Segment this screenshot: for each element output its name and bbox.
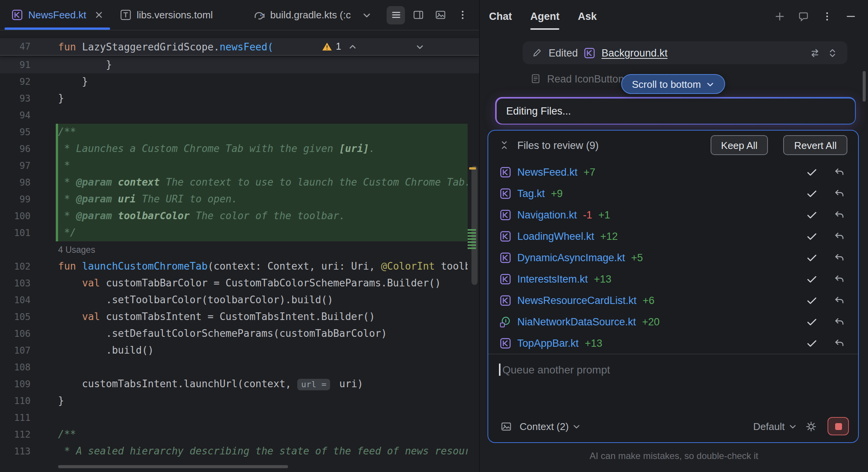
warning-badge[interactable]: 1 <box>322 41 341 52</box>
keep-file-button[interactable] <box>803 249 820 266</box>
file-link[interactable]: NewsResourceCardList.kt <box>517 294 636 306</box>
editor-vertical-scrollbar[interactable] <box>471 166 478 285</box>
keep-file-button[interactable] <box>803 313 820 330</box>
scroll-to-bottom-button[interactable]: Scroll to bottom <box>621 74 725 94</box>
code-line[interactable]: 93} <box>0 90 479 107</box>
sticky-header-line[interactable]: 47 fun LazyStaggeredGridScope.newsFeed( … <box>0 38 479 56</box>
keep-file-button[interactable] <box>803 335 820 351</box>
keep-file-button[interactable] <box>803 163 820 180</box>
stop-button[interactable] <box>828 417 849 435</box>
previous-occurrence-icon[interactable] <box>348 19 408 74</box>
context-dropdown[interactable]: Context (2) <box>520 420 581 432</box>
line-number[interactable]: 97 <box>0 157 31 174</box>
review-file-row[interactable]: DynamicAsyncImage.kt+5 <box>488 247 858 268</box>
next-occurrence-icon[interactable] <box>415 19 474 74</box>
line-number[interactable]: 102 <box>0 258 31 275</box>
close-tab-icon[interactable] <box>95 11 103 19</box>
review-file-row[interactable]: NewsResourceCardList.kt+6 <box>488 289 858 311</box>
code-line[interactable]: 94 <box>0 107 479 124</box>
line-number[interactable]: 110 <box>0 393 31 409</box>
code-line[interactable]: 103 val customTabBarColor = CustomTabCol… <box>0 275 479 292</box>
code-line[interactable]: 113 * A sealed hierarchy describing the … <box>0 443 479 460</box>
line-number[interactable]: 96 <box>0 141 31 157</box>
code-line[interactable]: 99 * @param uri The URI to open. <box>0 191 479 208</box>
review-file-row[interactable]: Navigation.kt-1+1 <box>488 204 858 225</box>
review-file-row[interactable]: NiaNetworkDataSource.kt+20 <box>488 311 858 332</box>
tab-ask[interactable]: Ask <box>578 0 597 32</box>
tab-build-gradle-kts[interactable]: build.gradle.kts (:c <box>244 0 359 30</box>
file-link[interactable]: LoadingWheel.kt <box>517 230 594 242</box>
review-file-row[interactable]: LoadingWheel.kt+12 <box>488 225 858 247</box>
settings-gear-icon[interactable] <box>802 418 819 435</box>
revert-file-button[interactable] <box>831 335 847 351</box>
code-area[interactable]: 91 }92 }93}9495/**96 * Launches a Custom… <box>0 57 479 460</box>
keep-file-button[interactable] <box>803 206 820 223</box>
line-number[interactable]: 111 <box>0 409 31 426</box>
line-number[interactable]: 112 <box>0 426 31 443</box>
line-number[interactable]: 106 <box>0 325 31 342</box>
file-link[interactable]: Navigation.kt <box>517 209 577 220</box>
file-link[interactable]: DynamicAsyncImage.kt <box>517 252 625 263</box>
more-options-kebab-icon[interactable] <box>818 8 835 24</box>
line-number[interactable]: 100 <box>0 208 31 225</box>
revert-file-button[interactable] <box>831 163 847 180</box>
new-chat-plus-icon[interactable] <box>771 8 788 24</box>
usages-inlay[interactable]: 4 Usages <box>58 245 95 254</box>
keep-all-button[interactable]: Keep All <box>710 135 768 155</box>
keep-file-button[interactable] <box>803 185 820 202</box>
file-link[interactable]: NewsFeed.kt <box>517 166 578 178</box>
file-link[interactable]: NiaNetworkDataSource.kt <box>517 316 636 327</box>
line-number[interactable]: 107 <box>0 342 31 359</box>
line-number[interactable]: 108 <box>0 359 31 376</box>
keep-file-button[interactable] <box>803 292 820 309</box>
revert-file-button[interactable] <box>831 228 847 244</box>
tab-libs-versions-toml[interactable]: libs.versions.toml <box>112 0 221 30</box>
revert-file-button[interactable] <box>831 185 847 202</box>
tab-agent[interactable]: Agent <box>530 0 560 32</box>
code-line[interactable]: 97 * <box>0 157 479 174</box>
line-number[interactable]: 93 <box>0 90 31 107</box>
file-link[interactable]: Tag.kt <box>517 188 545 199</box>
collapse-icon[interactable] <box>499 140 510 150</box>
review-file-row[interactable]: TopAppBar.kt+13 <box>488 332 858 354</box>
keep-file-button[interactable] <box>803 270 820 287</box>
revert-file-button[interactable] <box>831 270 847 287</box>
keep-file-button[interactable] <box>803 228 820 244</box>
line-number[interactable]: 103 <box>0 275 31 292</box>
review-file-row[interactable]: NewsFeed.kt+7 <box>488 161 858 183</box>
file-link[interactable]: TopAppBar.kt <box>517 337 579 349</box>
code-line[interactable]: 102fun launchCustomChromeTab(context: Co… <box>0 258 479 275</box>
code-line[interactable]: 111 <box>0 409 479 426</box>
revert-all-button[interactable]: Revert All <box>784 135 847 155</box>
revert-file-button[interactable] <box>831 313 847 330</box>
code-line[interactable]: 92 } <box>0 73 479 90</box>
chat-history-icon[interactable] <box>795 8 811 24</box>
diff-icon[interactable] <box>809 47 821 58</box>
code-line[interactable]: 96 * Launches a Custom Chrome Tab with t… <box>0 141 479 157</box>
tab-newsfeed-kt[interactable]: NewsFeed.kt <box>3 0 112 30</box>
code-line[interactable]: 110} <box>0 393 479 409</box>
review-file-row[interactable]: Tag.kt+9 <box>488 183 858 204</box>
inlay-hint-row[interactable]: 4 Usages <box>0 241 479 258</box>
code-line[interactable]: 101 */ <box>0 225 479 241</box>
minimize-icon[interactable] <box>842 8 859 24</box>
code-line[interactable]: 106 .setDefaultColorSchemeParams(customT… <box>0 325 479 342</box>
code-line[interactable]: 100 * @param toolbarColor The color of t… <box>0 208 479 225</box>
line-number[interactable]: 101 <box>0 225 31 241</box>
line-number[interactable]: 92 <box>0 73 31 90</box>
prompt-input[interactable]: Queue another prompt <box>488 354 858 410</box>
editor-horizontal-scrollbar[interactable] <box>58 465 288 468</box>
file-link[interactable]: InterestsItem.kt <box>517 273 588 284</box>
line-number[interactable]: 98 <box>0 174 31 191</box>
tab-chat[interactable]: Chat <box>489 0 512 32</box>
code-line[interactable]: 98 * @param context The context to use t… <box>0 174 479 191</box>
attach-image-icon[interactable] <box>497 418 514 435</box>
review-file-row[interactable]: InterestsItem.kt+13 <box>488 268 858 289</box>
line-number[interactable]: 109 <box>0 376 31 393</box>
revert-file-button[interactable] <box>831 206 847 223</box>
line-number[interactable]: 94 <box>0 107 31 124</box>
edited-file-link[interactable]: Background.kt <box>602 47 668 58</box>
chat-scrollbar[interactable] <box>863 71 866 102</box>
revert-file-button[interactable] <box>831 249 847 266</box>
code-line[interactable]: 109 customTabsIntent.launchUrl(context, … <box>0 376 479 393</box>
